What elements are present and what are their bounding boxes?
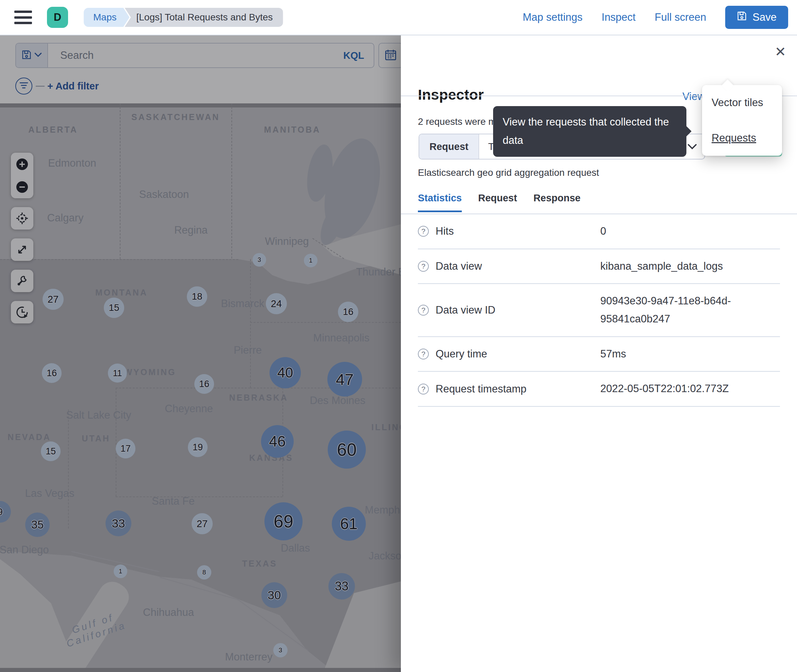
popover-item-requests[interactable]: Requests	[712, 132, 773, 144]
help-icon[interactable]: ?	[418, 261, 429, 272]
table-row: ?Query time57ms	[418, 337, 780, 372]
row-value: 2022-05-05T22:01:02.773Z	[600, 380, 779, 398]
statistics-table: ?Hits0?Data viewkibana_sample_data_logs?…	[418, 214, 780, 407]
view-tooltip: View the requests that collected the dat…	[493, 106, 686, 157]
table-row: ?Data view ID90943e30-9a47-11e8-b64d-958…	[418, 284, 780, 337]
menu-icon[interactable]	[14, 11, 32, 24]
row-label: Query time	[436, 348, 600, 360]
row-value: kibana_sample_data_logs	[600, 258, 779, 275]
inspect-link[interactable]: Inspect	[602, 11, 636, 24]
row-value: 57ms	[600, 345, 779, 363]
help-icon[interactable]: ?	[418, 305, 429, 315]
request-description: Elasticsearch geo grid aggregation reque…	[418, 167, 599, 178]
save-icon	[737, 11, 747, 24]
popover-arrow	[722, 80, 734, 92]
row-label: Data view	[436, 260, 600, 272]
breadcrumb: Maps [Logs] Total Requests and Bytes	[84, 8, 283, 27]
row-value: 90943e30-9a47-11e8-b64d-95841ca0b247	[600, 292, 779, 328]
row-label: Data view ID	[436, 304, 600, 316]
tab-response[interactable]: Response	[533, 192, 581, 212]
breadcrumb-maps[interactable]: Maps	[84, 8, 129, 27]
help-icon[interactable]: ?	[418, 226, 429, 237]
request-selector-label: Request	[419, 134, 479, 159]
row-label: Request timestamp	[436, 383, 600, 395]
chevron-down-icon	[688, 144, 697, 150]
inspector-tabs: Statistics Request Response	[418, 192, 581, 212]
table-row: ?Request timestamp2022-05-05T22:01:02.77…	[418, 372, 780, 407]
table-row: ?Hits0	[418, 214, 780, 249]
save-button[interactable]: Save	[725, 6, 788, 29]
tab-statistics[interactable]: Statistics	[418, 192, 462, 212]
row-label: Hits	[436, 225, 600, 237]
table-row: ?Data viewkibana_sample_data_logs	[418, 249, 780, 284]
requests-count-note: 2 requests were m	[418, 116, 496, 127]
view-popover: Vector tiles Requests	[702, 85, 782, 156]
app-header: D Maps [Logs] Total Requests and Bytes M…	[0, 0, 797, 35]
close-icon[interactable]: ✕	[775, 45, 786, 59]
popover-item-vector-tiles[interactable]: Vector tiles	[712, 97, 773, 109]
map-settings-link[interactable]: Map settings	[523, 11, 583, 24]
full-screen-link[interactable]: Full screen	[655, 11, 707, 24]
row-value: 0	[600, 222, 779, 240]
tab-request[interactable]: Request	[478, 192, 517, 212]
help-icon[interactable]: ?	[418, 384, 429, 395]
page-title: Inspector	[418, 86, 484, 103]
avatar[interactable]: D	[47, 7, 68, 28]
help-icon[interactable]: ?	[418, 349, 429, 360]
inspector-flyout: ✕ Inspector View: Requests 2 requests we…	[401, 35, 797, 672]
breadcrumb-current: [Logs] Total Requests and Bytes	[125, 8, 283, 27]
